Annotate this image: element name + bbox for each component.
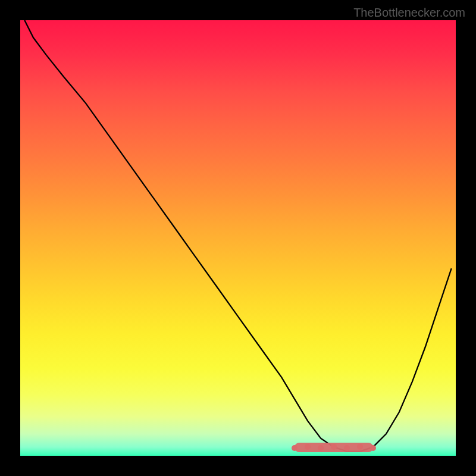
optimal-dot — [370, 445, 376, 451]
optimal-dot — [318, 445, 324, 451]
watermark-text: TheBottlenecker.com — [353, 6, 465, 20]
gradient-background — [20, 20, 456, 456]
optimal-dot — [305, 444, 311, 450]
optimal-dot — [331, 444, 337, 450]
optimal-dot — [357, 444, 363, 450]
chart-area — [20, 20, 456, 456]
optimal-dot — [292, 445, 298, 451]
optimal-dot — [344, 445, 350, 451]
